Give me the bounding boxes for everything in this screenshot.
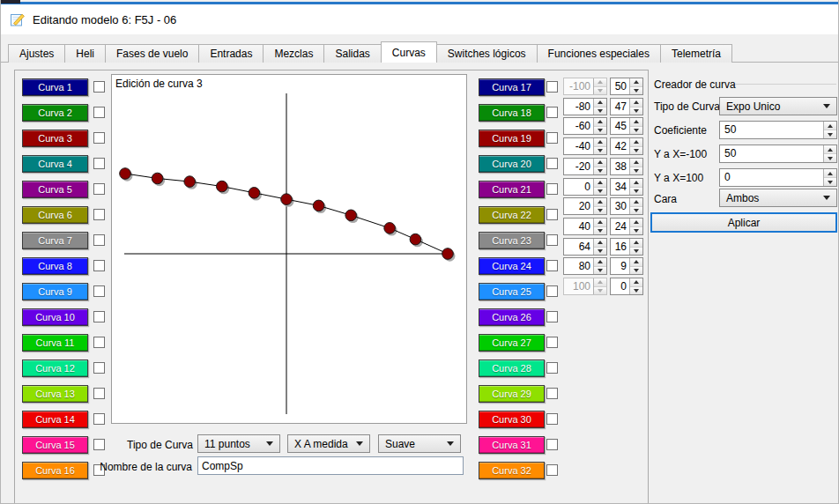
spin-up-button[interactable]: [594, 219, 606, 227]
x-mode-combo[interactable]: X A medida: [287, 434, 370, 453]
spin-up-button[interactable]: [630, 179, 642, 188]
point-6-y-spinner[interactable]: 34: [610, 178, 643, 196]
curva-9-checkbox[interactable]: [93, 285, 105, 297]
point-10-x-spinner[interactable]: 80: [563, 257, 607, 275]
curva-9-button[interactable]: Curva 9: [22, 283, 88, 300]
curva-8-checkbox[interactable]: [93, 260, 105, 271]
spin-down-button[interactable]: [594, 127, 606, 135]
spin-up-button[interactable]: [824, 145, 836, 154]
tab-mezclas[interactable]: Mezclas: [263, 44, 324, 63]
spin-down-button[interactable]: [594, 147, 606, 155]
curva-16-button[interactable]: Curva 16: [22, 462, 88, 479]
curva-20-checkbox[interactable]: [546, 158, 558, 169]
curva-18-checkbox[interactable]: [546, 107, 558, 118]
spin-down-button[interactable]: [630, 227, 642, 235]
curva-32-button[interactable]: Curva 32: [479, 462, 545, 479]
spin-up-button[interactable]: [630, 198, 642, 207]
spin-up-button[interactable]: [630, 78, 642, 87]
spin-up-button[interactable]: [630, 219, 642, 227]
curva-13-button[interactable]: Curva 13: [22, 385, 88, 403]
curva-17-button[interactable]: Curva 17: [479, 78, 545, 96]
point-5-y-spinner[interactable]: 38: [610, 158, 643, 175]
curve-point-5[interactable]: [249, 188, 260, 199]
curva-5-button[interactable]: Curva 5: [22, 181, 88, 198]
curva-18-button[interactable]: Curva 18: [479, 104, 545, 122]
point-9-x-spinner[interactable]: 64: [563, 238, 607, 256]
curva-32-checkbox[interactable]: [546, 464, 558, 476]
curve-point-2[interactable]: [152, 173, 163, 184]
spin-down-button[interactable]: [824, 154, 836, 162]
curva-29-button[interactable]: Curva 29: [479, 385, 545, 403]
curva-20-button[interactable]: Curva 20: [479, 155, 545, 173]
curva-22-button[interactable]: Curva 22: [479, 206, 545, 224]
curva-10-button[interactable]: Curva 10: [22, 308, 88, 326]
spin-down-button[interactable]: [630, 248, 642, 256]
curva-4-button[interactable]: Curva 4: [22, 155, 88, 173]
spin-up-button[interactable]: [824, 169, 836, 178]
spin-up-button[interactable]: [594, 118, 606, 127]
curva-28-checkbox[interactable]: [546, 362, 558, 374]
spin-up-button[interactable]: [594, 198, 606, 207]
coefficient-spinner[interactable]: 50: [719, 121, 837, 139]
curva-24-button[interactable]: Curva 24: [479, 257, 545, 275]
curva-15-button[interactable]: Curva 15: [22, 436, 88, 454]
spin-down-button[interactable]: [630, 167, 642, 175]
spin-down-button[interactable]: [630, 207, 642, 215]
curva-5-checkbox[interactable]: [93, 183, 105, 195]
point-4-y-spinner[interactable]: 42: [610, 137, 643, 155]
spin-down-button[interactable]: [594, 107, 606, 115]
spin-down-button[interactable]: [594, 188, 606, 196]
point-4-x-spinner[interactable]: -40: [563, 137, 607, 155]
point-11-y-spinner[interactable]: 0: [610, 278, 643, 295]
curva-27-button[interactable]: Curva 27: [479, 334, 545, 352]
point-9-y-spinner[interactable]: 16: [610, 238, 643, 256]
curve-point-10[interactable]: [410, 233, 421, 245]
spin-down-button[interactable]: [824, 178, 836, 186]
tab-salidas[interactable]: Salidas: [323, 44, 381, 63]
point-1-y-spinner[interactable]: 50: [610, 78, 643, 95]
curve-plot[interactable]: [112, 75, 466, 423]
curva-3-button[interactable]: Curva 3: [22, 130, 88, 147]
spin-up-button[interactable]: [594, 239, 606, 248]
curva-25-checkbox[interactable]: [546, 285, 558, 297]
spin-up-button[interactable]: [594, 99, 606, 107]
spin-up-button[interactable]: [630, 138, 642, 147]
curva-25-button[interactable]: Curva 25: [479, 283, 545, 300]
curva-26-button[interactable]: Curva 26: [479, 308, 545, 326]
point-8-y-spinner[interactable]: 24: [610, 218, 643, 235]
curva-19-checkbox[interactable]: [546, 132, 558, 144]
point-10-y-spinner[interactable]: 9: [610, 257, 643, 275]
spin-up-button[interactable]: [630, 118, 642, 127]
smooth-combo[interactable]: Suave: [378, 434, 461, 453]
tab-heli[interactable]: Heli: [64, 44, 106, 63]
point-3-y-spinner[interactable]: 45: [610, 117, 643, 135]
tab-switches-lo-gicos[interactable]: Switches lógicos: [436, 44, 538, 63]
curve-point-7[interactable]: [313, 200, 324, 211]
side-combo[interactable]: Ambos: [719, 189, 837, 207]
point-2-x-spinner[interactable]: -80: [563, 98, 607, 115]
curva-26-checkbox[interactable]: [546, 311, 558, 322]
curva-10-checkbox[interactable]: [93, 311, 105, 322]
curva-6-button[interactable]: Curva 6: [22, 206, 88, 224]
tab-telemetri-a[interactable]: Telemetría: [660, 44, 732, 63]
curva-29-checkbox[interactable]: [546, 388, 558, 399]
y-at-x100-spinner[interactable]: 0: [719, 168, 837, 187]
spin-up-button[interactable]: [824, 122, 836, 130]
curva-2-button[interactable]: Curva 2: [22, 104, 88, 122]
curva-12-checkbox[interactable]: [93, 362, 105, 374]
curva-17-checkbox[interactable]: [546, 81, 558, 93]
curve-point-8[interactable]: [345, 210, 357, 221]
curva-23-checkbox[interactable]: [546, 234, 558, 246]
curve-editor-canvas[interactable]: Edición de curva 3: [111, 74, 467, 424]
tab-entradas[interactable]: Entradas: [198, 44, 264, 63]
curva-24-checkbox[interactable]: [546, 260, 558, 271]
spin-down-button[interactable]: [630, 107, 642, 115]
point-5-x-spinner[interactable]: -20: [563, 158, 607, 175]
spin-down-button[interactable]: [630, 188, 642, 196]
curva-23-button[interactable]: Curva 23: [479, 232, 545, 249]
y-at-xneg100-spinner[interactable]: 50: [719, 145, 837, 163]
curva-12-button[interactable]: Curva 12: [22, 359, 88, 377]
spin-down-button[interactable]: [630, 147, 642, 155]
curva-28-button[interactable]: Curva 28: [479, 359, 545, 377]
creator-type-combo[interactable]: Expo Unico: [719, 97, 837, 115]
